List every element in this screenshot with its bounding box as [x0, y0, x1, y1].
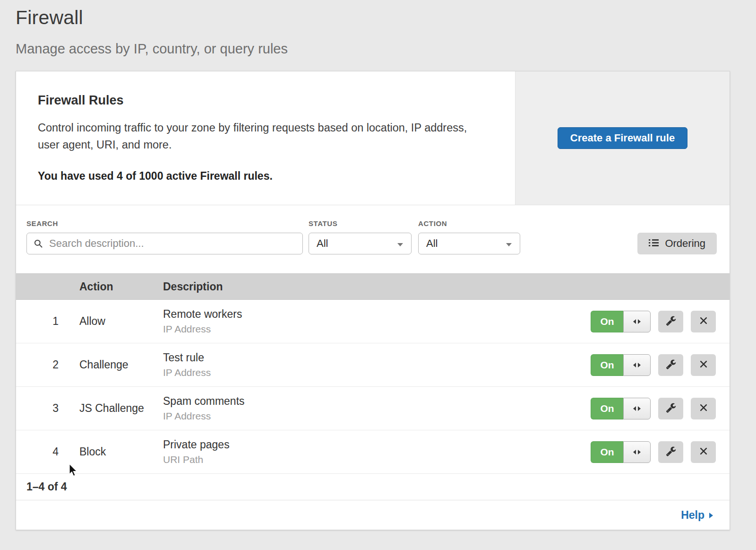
- rule-action: JS Challenge: [79, 402, 163, 415]
- rule-number: 4: [16, 445, 79, 458]
- edit-rule-button[interactable]: [658, 311, 683, 332]
- rules-intro-text: Firewall Rules Control incoming traffic …: [16, 71, 515, 205]
- create-firewall-rule-button[interactable]: Create a Firewall rule: [558, 127, 687, 149]
- rule-enabled-toggle[interactable]: On: [591, 354, 651, 376]
- toggle-on-label: On: [591, 441, 623, 463]
- firewall-page: Firewall Manage access by IP, country, o…: [0, 0, 756, 530]
- wrench-icon: [666, 446, 676, 458]
- rule-action: Challenge: [79, 358, 163, 371]
- close-icon: [699, 359, 708, 370]
- rules-action-panel: Create a Firewall rule: [515, 71, 730, 205]
- rule-enabled-toggle[interactable]: On: [591, 311, 651, 332]
- close-icon: [699, 316, 708, 327]
- action-label: ACTION: [418, 219, 520, 227]
- pagination-text: 1–4 of 4: [26, 480, 67, 493]
- ordered-list-icon: [649, 237, 659, 250]
- toggle-on-label: On: [591, 354, 623, 376]
- firewall-rules-card: Firewall Rules Control incoming traffic …: [16, 71, 730, 530]
- action-select[interactable]: All: [418, 233, 520, 254]
- wrench-icon: [666, 315, 676, 327]
- page-subtitle: Manage access by IP, country, or query r…: [16, 41, 756, 57]
- pagination: 1–4 of 4: [16, 474, 730, 500]
- rule-match-field: IP Address: [163, 323, 588, 335]
- delete-rule-button[interactable]: [691, 354, 716, 376]
- edit-rule-button[interactable]: [658, 441, 683, 463]
- rule-controls: On: [588, 441, 730, 463]
- close-icon: [699, 403, 708, 414]
- card-footer: Help: [16, 500, 730, 530]
- action-select-value: All: [426, 237, 438, 250]
- column-header-action: Action: [79, 280, 163, 293]
- rules-card-title: Firewall Rules: [38, 93, 487, 108]
- close-icon: [699, 446, 708, 457]
- rule-number: 3: [16, 402, 79, 415]
- edit-rule-button[interactable]: [658, 354, 683, 376]
- rule-number: 1: [16, 315, 79, 328]
- rule-description-title: Spam comments: [163, 395, 588, 408]
- rules-intro-section: Firewall Rules Control incoming traffic …: [16, 71, 730, 205]
- page-title: Firewall: [16, 7, 756, 29]
- help-link[interactable]: Help: [681, 509, 713, 522]
- delete-rule-button[interactable]: [691, 311, 716, 332]
- rule-description-title: Remote workers: [163, 308, 588, 321]
- search-input[interactable]: [26, 233, 303, 254]
- rule-description: Test rule IP Address: [163, 351, 588, 378]
- toggle-knob-icon[interactable]: [623, 441, 651, 463]
- toggle-knob-icon[interactable]: [623, 354, 651, 376]
- toggle-on-label: On: [591, 311, 623, 332]
- rule-match-field: URI Path: [163, 454, 588, 465]
- chevron-down-icon: [397, 237, 404, 250]
- search-icon: [34, 239, 43, 250]
- rule-enabled-toggle[interactable]: On: [591, 398, 651, 419]
- help-link-label: Help: [681, 509, 704, 522]
- status-select[interactable]: All: [309, 233, 412, 254]
- status-select-value: All: [317, 237, 328, 250]
- column-header-description: Description: [163, 280, 588, 293]
- ordering-button[interactable]: Ordering: [637, 233, 717, 254]
- status-label: STATUS: [309, 219, 412, 227]
- search-filter: SEARCH: [26, 219, 303, 254]
- rule-number: 2: [16, 358, 79, 371]
- rule-description-title: Test rule: [163, 351, 588, 364]
- toggle-on-label: On: [591, 398, 623, 419]
- rule-match-field: IP Address: [163, 367, 588, 378]
- rule-controls: On: [588, 398, 730, 419]
- rule-action: Allow: [79, 315, 163, 328]
- delete-rule-button[interactable]: [691, 398, 716, 419]
- search-input-wrap: [26, 233, 303, 254]
- rules-usage-count: You have used 4 of 1000 active Firewall …: [38, 170, 487, 183]
- status-filter: STATUS All: [309, 219, 412, 254]
- toggle-knob-icon[interactable]: [623, 398, 651, 419]
- table-row: 4 Block Private pages URI Path On: [16, 430, 730, 474]
- chevron-right-icon: [709, 509, 713, 522]
- wrench-icon: [666, 402, 676, 414]
- rule-controls: On: [588, 311, 730, 332]
- delete-rule-button[interactable]: [691, 441, 716, 463]
- action-filter: ACTION All: [418, 219, 520, 254]
- table-row: 1 Allow Remote workers IP Address On: [16, 300, 730, 343]
- table-row: 2 Challenge Test rule IP Address On: [16, 343, 730, 387]
- table-row: 3 JS Challenge Spam comments IP Address …: [16, 387, 730, 430]
- toggle-knob-icon[interactable]: [623, 311, 651, 332]
- table-header: Action Description: [16, 273, 730, 300]
- rule-description: Private pages URI Path: [163, 438, 588, 465]
- wrench-icon: [666, 359, 676, 371]
- ordering-button-label: Ordering: [665, 237, 705, 250]
- filter-bar: SEARCH STATUS All: [16, 205, 730, 273]
- rule-description-title: Private pages: [163, 438, 588, 451]
- edit-rule-button[interactable]: [658, 398, 683, 419]
- search-label: SEARCH: [26, 219, 303, 227]
- rule-description: Remote workers IP Address: [163, 308, 588, 335]
- chevron-down-icon: [506, 237, 512, 250]
- rules-card-description: Control incoming traffic to your zone by…: [38, 119, 484, 154]
- rule-controls: On: [588, 354, 730, 376]
- rule-enabled-toggle[interactable]: On: [591, 441, 651, 463]
- rule-match-field: IP Address: [163, 410, 588, 422]
- rule-action: Block: [79, 445, 163, 458]
- rule-description: Spam comments IP Address: [163, 395, 588, 422]
